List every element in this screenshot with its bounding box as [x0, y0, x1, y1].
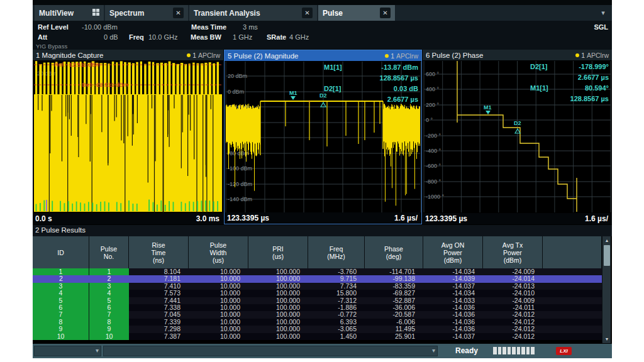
- marker-readout-row: M1[1]80.594°: [530, 84, 609, 95]
- table-row[interactable]: 227.18110.000100.0009.715-99.138-14.039-…: [33, 275, 602, 282]
- progress-segment: [502, 347, 506, 354]
- progress-segment: [521, 347, 525, 354]
- scroll-down-icon[interactable]: ▼: [602, 335, 611, 343]
- tab-pulse[interactable]: Pulse ✕: [318, 5, 395, 21]
- table-cell: -24.012: [483, 319, 543, 326]
- table-cell: 100.000: [248, 304, 308, 311]
- progress-segment: [493, 347, 497, 354]
- table-cell: 7.181: [129, 275, 189, 282]
- trace-color-dot: [575, 53, 579, 57]
- tab-overflow-dropdown-icon[interactable]: ▾: [598, 8, 608, 18]
- meas-time-label: Meas Time: [191, 23, 226, 31]
- meas-bw-label: Meas BW: [191, 33, 221, 41]
- table-cell: 7: [89, 311, 129, 318]
- table-cell: 5: [33, 297, 89, 304]
- table-row[interactable]: 118.10410.000100.000-3.760-114.701-14.03…: [33, 268, 602, 275]
- table-row[interactable]: 667.33810.000100.000-1.886-36.006-14.036…: [33, 304, 602, 311]
- freq-value: 10.0 GHz: [148, 33, 177, 41]
- table-row[interactable]: 10107.38710.000100.0001.45025.901-14.037…: [33, 333, 602, 340]
- progress-segment: [517, 347, 521, 354]
- table-cell: 100.000: [248, 311, 308, 318]
- tab-multiview-label: MultiView: [39, 9, 74, 18]
- svg-text:D2: D2: [514, 120, 521, 126]
- panel6-x-scale: 1.6 µs/: [585, 214, 608, 223]
- table-cell: 100.000: [248, 326, 308, 332]
- att-label: Att: [38, 33, 47, 41]
- table-cell: -0.772: [308, 311, 365, 318]
- table-cell: 10.000: [189, 304, 248, 311]
- svg-text:-200 °: -200 °: [426, 133, 441, 139]
- table-cell: -14.037: [423, 333, 483, 340]
- table-cell: 10.000: [189, 290, 248, 297]
- table-cell: 4: [89, 290, 129, 297]
- table-row[interactable]: 447.57310.000100.00015.800-69.827-14.034…: [33, 290, 602, 297]
- table-scrollbar[interactable]: ▲ ▼: [602, 236, 611, 343]
- panel-pulse-magnitude[interactable]: 5 Pulse (2) Magnitude 1 APClrw 20 dBm0 d…: [224, 50, 422, 224]
- table-row[interactable]: 777.04510.000100.000-0.772-20.587-14.036…: [33, 311, 602, 318]
- progress-segment: [508, 347, 511, 354]
- svg-text:-120 dBm: -120 dBm: [228, 181, 252, 187]
- column-header: Phase (deg): [365, 236, 423, 268]
- table-cell: 3: [33, 283, 89, 290]
- table-cell: 7.441: [129, 297, 189, 304]
- tab-transient-analysis[interactable]: Transient Analysis ✕: [189, 5, 317, 21]
- panel1-title-bar[interactable]: 1 Magnitude Capture 1 APClrw: [33, 50, 223, 60]
- tab-spectrum-label: Spectrum: [109, 9, 144, 18]
- table-cell: [543, 275, 602, 282]
- panel6-title-bar[interactable]: 6 Pulse (2) Phase 1 APClrw: [423, 50, 612, 60]
- results-table-body: 118.10410.000100.000-3.760-114.701-14.03…: [33, 268, 602, 340]
- column-header: [543, 236, 602, 268]
- marker-readout-row: 128.8567 µs: [324, 74, 418, 85]
- ref-level-label: Ref Level: [38, 23, 69, 31]
- table-cell: -14.037: [423, 283, 483, 290]
- table-row[interactable]: 557.44110.000100.000-7.312-52.887-14.033…: [33, 297, 602, 304]
- status-dropdown-wide[interactable]: ▾: [103, 346, 438, 356]
- results-table-title: 2 Pulse Results: [33, 225, 612, 236]
- tab-pulse-label: Pulse: [323, 9, 343, 18]
- table-row[interactable]: 997.29810.000100.000-3.06511.495-14.036-…: [33, 326, 602, 332]
- table-cell: 8: [33, 319, 89, 326]
- scrollbar-thumb[interactable]: [604, 245, 610, 266]
- column-header: ID: [33, 236, 89, 268]
- close-icon[interactable]: ✕: [302, 8, 313, 18]
- table-cell: -14.034: [423, 268, 483, 275]
- panel5-title-bar[interactable]: 5 Pulse (2) Magnitude 1 APClrw: [225, 50, 421, 61]
- table-cell: [543, 297, 602, 304]
- close-icon[interactable]: ✕: [173, 8, 184, 18]
- svg-text:0 dBm: 0 dBm: [228, 89, 244, 95]
- table-cell: 2: [33, 275, 89, 282]
- svg-text:-1000 °: -1000 °: [426, 194, 445, 200]
- table-cell: -24.011: [483, 304, 543, 311]
- trace-color-dot: [385, 54, 389, 58]
- table-cell: 100.000: [248, 283, 308, 290]
- srate-label: SRate: [267, 33, 286, 41]
- tab-multiview[interactable]: MultiView: [35, 5, 104, 21]
- table-cell: [543, 268, 602, 275]
- table-cell: 10.000: [189, 311, 248, 318]
- table-cell: [543, 311, 602, 318]
- table-cell: 100.000: [248, 319, 308, 326]
- multiview-grid-icon: [92, 9, 99, 18]
- srate-value: 4 GHz: [289, 33, 309, 41]
- svg-text:Ref. -12.511 dBm: Ref. -12.511 dBm: [54, 61, 101, 68]
- panel-magnitude-capture[interactable]: 1 Magnitude Capture 1 APClrw -20 dBmRef.…: [33, 50, 223, 224]
- progress-segment: [498, 347, 502, 354]
- panel5-marker-readout: M1[1]-13.87 dBm128.8567 µsD2[1]0.03 dB2.…: [324, 63, 418, 106]
- scroll-up-icon[interactable]: ▲: [602, 236, 611, 244]
- table-cell: -24.009: [483, 297, 543, 304]
- panel5-trace-legend: 1 APClrw: [385, 52, 418, 60]
- instrument-screen: MultiView Spectrum ✕ Transient Analysis …: [33, 0, 612, 358]
- close-icon[interactable]: ✕: [380, 8, 391, 18]
- table-row[interactable]: 887.33910.000100.0006.393-6.006-14.036-2…: [33, 319, 602, 326]
- panel-pulse-phase[interactable]: 6 Pulse (2) Phase 1 APClrw 600 °400 °200…: [423, 50, 612, 224]
- status-bar: ▾ ▾ Ready LXI: [33, 344, 612, 358]
- svg-text:-400 °: -400 °: [426, 148, 441, 154]
- table-row[interactable]: 337.41010.000100.0007.734-83.359-14.037-…: [33, 283, 602, 290]
- table-cell: 8.104: [129, 268, 189, 275]
- status-dropdown-small[interactable]: ▾: [34, 346, 101, 356]
- tab-spectrum[interactable]: Spectrum ✕: [105, 5, 188, 21]
- column-header: Pulse No.: [89, 236, 129, 268]
- tab-bar: MultiView Spectrum ✕ Transient Analysis …: [33, 5, 612, 21]
- svg-text:M1: M1: [289, 90, 297, 96]
- table-cell: 1: [89, 268, 129, 275]
